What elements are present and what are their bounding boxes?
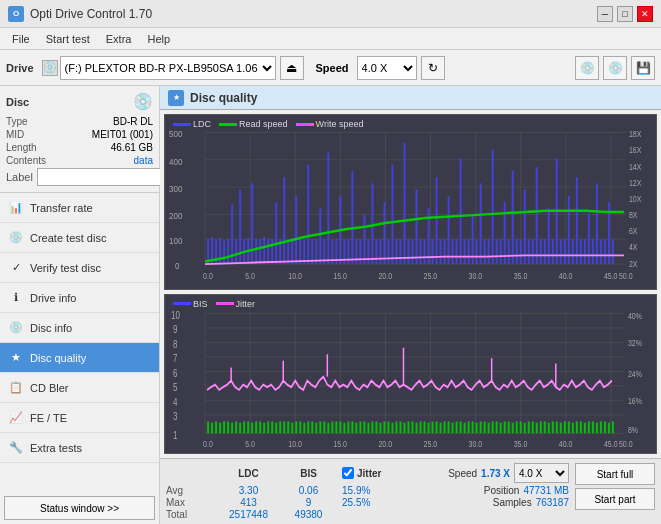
svg-rect-105 — [456, 239, 458, 264]
start-full-button[interactable]: Start full — [575, 463, 655, 485]
svg-rect-81 — [359, 239, 361, 264]
chart-bis: BIS Jitter — [164, 294, 657, 454]
type-label: Type — [6, 116, 28, 127]
svg-rect-261 — [492, 421, 494, 433]
disc-btn2[interactable]: 💿 — [603, 56, 627, 80]
svg-rect-83 — [367, 239, 369, 264]
svg-text:15.0: 15.0 — [333, 271, 347, 281]
svg-rect-229 — [363, 421, 365, 433]
svg-rect-281 — [572, 423, 574, 434]
svg-rect-124 — [532, 239, 534, 264]
read-speed-legend: Read speed — [219, 119, 288, 129]
menu-bar: File Start test Extra Help — [0, 28, 661, 50]
svg-rect-209 — [283, 421, 285, 433]
create-test-disc-icon: 💿 — [8, 230, 24, 246]
svg-rect-50 — [235, 239, 237, 264]
svg-rect-126 — [540, 239, 542, 264]
bis-legend: BIS — [173, 299, 208, 309]
svg-text:16X: 16X — [629, 146, 642, 156]
svg-rect-144 — [612, 239, 614, 264]
svg-rect-264 — [504, 421, 506, 433]
svg-rect-225 — [347, 421, 349, 433]
svg-rect-197 — [235, 421, 237, 433]
maximize-button[interactable]: □ — [617, 6, 633, 22]
minimize-button[interactable]: ─ — [597, 6, 613, 22]
nav-cd-bler[interactable]: 📋 CD Bler — [0, 373, 159, 403]
svg-rect-268 — [520, 421, 522, 433]
nav-extra-tests[interactable]: 🔧 Extra tests — [0, 433, 159, 463]
svg-rect-288 — [600, 421, 602, 433]
bis-chart-svg: 10 9 8 7 6 5 4 3 1 40% 32% 24% 16% 8% — [165, 295, 656, 453]
nav-transfer-rate[interactable]: 📊 Transfer rate — [0, 193, 159, 223]
svg-rect-204 — [263, 423, 265, 434]
svg-rect-117 — [504, 202, 506, 264]
label-input[interactable] — [37, 168, 166, 186]
nav-disc-info-label: Disc info — [30, 322, 72, 334]
save-button[interactable]: 💾 — [631, 56, 655, 80]
label-label: Label — [6, 171, 33, 183]
jitter-legend: Jitter — [216, 299, 256, 309]
svg-rect-242 — [416, 423, 418, 434]
svg-rect-235 — [387, 421, 389, 433]
nav-drive-info[interactable]: ℹ Drive info — [0, 283, 159, 313]
action-buttons: Start full Start part — [575, 463, 655, 510]
avg-ldc: 3.30 — [216, 485, 281, 496]
drive-select[interactable]: (F:) PLEXTOR BD-R PX-LB950SA 1.06 — [60, 56, 276, 80]
speed-label: Speed — [316, 62, 349, 74]
eject-button[interactable]: ⏏ — [280, 56, 304, 80]
nav-disc-quality[interactable]: ★ Disc quality — [0, 343, 159, 373]
jitter-checkbox[interactable] — [342, 467, 354, 479]
menu-file[interactable]: File — [4, 31, 38, 47]
samples-value: 763187 — [536, 497, 569, 508]
svg-text:30.0: 30.0 — [469, 439, 483, 449]
nav-verify-test-disc[interactable]: ✓ Verify test disc — [0, 253, 159, 283]
menu-extra[interactable]: Extra — [98, 31, 140, 47]
svg-rect-137 — [584, 239, 586, 264]
svg-rect-65 — [295, 196, 297, 264]
svg-rect-250 — [448, 421, 450, 433]
svg-rect-221 — [331, 421, 333, 433]
disc-btn1[interactable]: 💿 — [575, 56, 599, 80]
transfer-rate-icon: 📊 — [8, 200, 24, 216]
svg-rect-265 — [508, 421, 510, 433]
svg-rect-254 — [464, 423, 466, 434]
svg-rect-112 — [484, 239, 486, 264]
svg-rect-241 — [412, 421, 414, 433]
svg-rect-271 — [532, 421, 534, 433]
cd-bler-icon: 📋 — [8, 380, 24, 396]
svg-rect-194 — [223, 421, 225, 433]
svg-rect-258 — [480, 421, 482, 433]
svg-rect-68 — [307, 165, 309, 264]
speed-select[interactable]: 4.0 X — [357, 56, 417, 80]
svg-text:6X: 6X — [629, 227, 638, 237]
svg-text:0.0: 0.0 — [203, 439, 213, 449]
charts-area: LDC Read speed Write speed — [160, 110, 661, 458]
svg-rect-58 — [267, 239, 269, 264]
nav-disc-quality-label: Disc quality — [30, 352, 86, 364]
start-part-button[interactable]: Start part — [575, 488, 655, 510]
svg-text:5.0: 5.0 — [245, 271, 255, 281]
content-icon: ★ — [168, 90, 184, 106]
refresh-button[interactable]: ↻ — [421, 56, 445, 80]
svg-rect-200 — [247, 421, 249, 433]
main-area: Disc 💿 Type BD-R DL MID MEIT01 (001) Len… — [0, 86, 661, 524]
svg-rect-231 — [371, 421, 373, 433]
svg-rect-73 — [327, 152, 329, 264]
svg-rect-92 — [403, 142, 405, 264]
speed-select[interactable]: 4.0 X — [514, 463, 569, 483]
svg-rect-104 — [452, 239, 454, 264]
close-button[interactable]: ✕ — [637, 6, 653, 22]
nav-create-test-disc[interactable]: 💿 Create test disc — [0, 223, 159, 253]
svg-text:15.0: 15.0 — [333, 439, 347, 449]
avg-label: Avg — [166, 485, 216, 496]
menu-help[interactable]: Help — [139, 31, 178, 47]
svg-rect-279 — [564, 421, 566, 433]
nav-disc-info[interactable]: 💿 Disc info — [0, 313, 159, 343]
svg-text:32%: 32% — [628, 338, 642, 348]
menu-starttest[interactable]: Start test — [38, 31, 98, 47]
svg-rect-90 — [395, 239, 397, 264]
status-window-button[interactable]: Status window >> — [4, 496, 155, 520]
content-header: ★ Disc quality — [160, 86, 661, 110]
svg-rect-214 — [303, 423, 305, 434]
nav-fe-te[interactable]: 📈 FE / TE — [0, 403, 159, 433]
